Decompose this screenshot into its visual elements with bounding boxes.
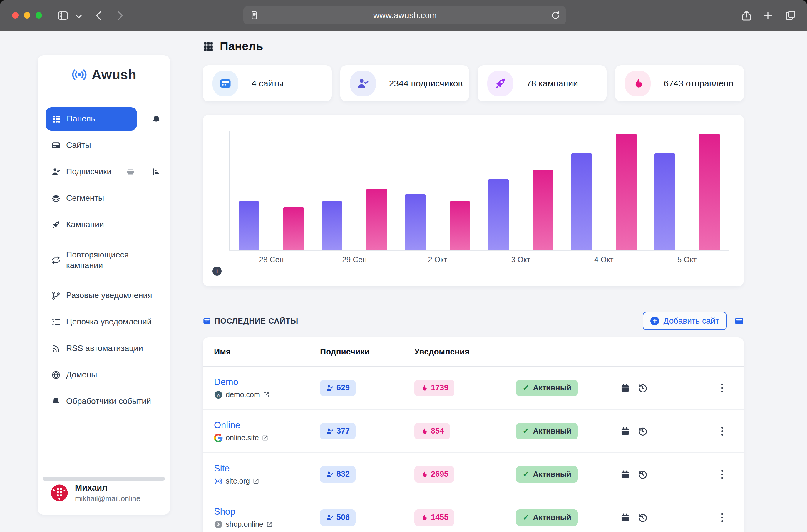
chart-icon[interactable] — [152, 168, 161, 176]
sidebar-item-one-time-notifications-button[interactable]: Разовые уведомления — [45, 284, 158, 307]
external-link-icon[interactable] — [253, 478, 260, 484]
info-icon[interactable]: i — [212, 267, 222, 276]
history-icon[interactable] — [638, 426, 648, 436]
sidebar-item-campaigns[interactable]: Кампании — [45, 213, 162, 236]
external-link-icon[interactable] — [262, 434, 269, 441]
bar-purple[interactable] — [571, 153, 592, 250]
sidebar-item-domains-button[interactable]: Домены — [45, 363, 103, 386]
row-menu-icon[interactable] — [722, 513, 734, 522]
bar-pink[interactable] — [616, 134, 637, 250]
notifications-badge: 1739 — [415, 380, 454, 396]
sidebar-item-event-handlers[interactable]: Обработчики событий — [45, 390, 162, 413]
sidebar-item-subscribers-button[interactable]: Подписчики — [45, 160, 117, 184]
chart-bars — [230, 133, 729, 250]
bar-pink[interactable] — [450, 201, 470, 250]
awush-icon — [214, 477, 223, 486]
bar-purple[interactable] — [322, 201, 342, 250]
stat-label: 4 сайты — [252, 78, 284, 88]
site-name-link[interactable]: Online — [214, 420, 241, 431]
sidebar-item-label: Панель — [67, 113, 95, 124]
check-icon: ✓ — [522, 513, 529, 522]
address-bar[interactable]: www.awush.com — [243, 6, 566, 24]
site-name-link[interactable]: Demo — [214, 377, 238, 387]
align-icon[interactable] — [126, 168, 135, 176]
close-window-button[interactable] — [12, 12, 19, 19]
app-logo: Awush — [38, 55, 170, 83]
sidebar-item-sites[interactable]: Сайты — [45, 134, 162, 157]
bar-purple[interactable] — [405, 194, 425, 250]
column-header-notifications: Уведомления — [415, 347, 516, 357]
sidebar-item-recurring-campaigns[interactable]: Повторяющиеся кампании — [45, 240, 162, 281]
user-check-icon — [326, 471, 333, 478]
sidebar-item-rss-automations[interactable]: RSS автоматизации — [45, 337, 162, 360]
reader-icon[interactable] — [249, 10, 259, 20]
globe-icon — [52, 370, 60, 379]
sidebar-item-segments[interactable]: Сегменты — [45, 187, 162, 210]
sidebar-item-notification-chain[interactable]: Цепочка уведомлений — [45, 310, 162, 334]
history-icon[interactable] — [638, 469, 648, 479]
new-tab-icon[interactable] — [762, 10, 774, 21]
bar-pink[interactable] — [283, 207, 304, 250]
rocket-icon — [494, 77, 506, 90]
sidebar-item-subscribers[interactable]: Подписчики — [45, 160, 162, 184]
status-label: Активный — [533, 470, 571, 479]
bar-purple[interactable] — [654, 153, 675, 250]
sidebar-item-label: Разовые уведомления — [66, 290, 152, 301]
sidebar-item-event-handlers-button[interactable]: Обработчики событий — [45, 390, 157, 413]
sidebar-item-dashboard-button[interactable]: Панель — [45, 107, 137, 131]
zoom-window-button[interactable] — [36, 12, 42, 19]
minimize-window-button[interactable] — [24, 12, 30, 19]
grid-icon — [203, 41, 214, 52]
row-menu-icon[interactable] — [722, 384, 734, 393]
sidebar-menu: ПанельСайтыПодписчикиСегментыКампанииПов… — [45, 107, 162, 416]
forward-icon[interactable] — [114, 10, 126, 21]
site-domain: site.org — [226, 477, 250, 485]
sidebar-toggle-icon[interactable] — [57, 10, 69, 21]
bar-pink[interactable] — [366, 189, 387, 250]
bar-pink[interactable] — [533, 170, 553, 250]
tab-overview-icon[interactable] — [785, 10, 796, 21]
awush-logo-icon — [71, 66, 88, 83]
calendar-icon[interactable] — [620, 426, 630, 436]
calendar-icon[interactable] — [620, 383, 630, 393]
back-icon[interactable] — [93, 10, 105, 21]
bar-purple[interactable] — [238, 201, 259, 250]
sidebar-item-recurring-campaigns-button[interactable]: Повторяющиеся кампании — [45, 240, 162, 281]
sidebar-item-trailing-icons — [126, 168, 162, 176]
browser-window: www.awush.com Awush ПанельСайтыПодписчик… — [0, 0, 807, 532]
calendar-icon[interactable] — [620, 469, 630, 479]
row-menu-icon[interactable] — [722, 427, 734, 436]
browser-icon[interactable] — [734, 316, 744, 326]
column-header-name: Имя — [214, 347, 320, 357]
notifications-badge: 854 — [415, 423, 450, 439]
bell-icon[interactable] — [152, 115, 161, 124]
user-profile[interactable]: Михаил mikhail@mail.online — [38, 483, 170, 503]
reload-icon[interactable] — [551, 10, 561, 20]
sidebar-item-rss-automations-button[interactable]: RSS автоматизации — [45, 337, 149, 360]
sidebar-item-dashboard[interactable]: Панель — [45, 107, 162, 131]
sidebar-item-notification-chain-button[interactable]: Цепочка уведомлений — [45, 310, 157, 334]
history-icon[interactable] — [638, 383, 648, 393]
url-text: www.awush.com — [259, 11, 551, 20]
sidebar-item-one-time-notifications[interactable]: Разовые уведомления — [45, 284, 162, 307]
stat-label: 78 кампании — [526, 78, 578, 88]
external-link-icon[interactable] — [263, 391, 270, 398]
site-name-link[interactable]: Shop — [214, 507, 235, 517]
share-icon[interactable] — [741, 10, 752, 21]
sidebar-item-domains[interactable]: Домены — [45, 363, 162, 386]
site-name-link[interactable]: Site — [214, 463, 230, 474]
sidebar-item-sites-button[interactable]: Сайты — [45, 134, 97, 157]
bar-pink[interactable] — [699, 134, 720, 250]
table-header-row: Имя Подписчики Уведомления — [203, 338, 744, 366]
row-menu-icon[interactable] — [722, 470, 734, 479]
chevron-down-icon[interactable] — [74, 12, 83, 21]
history-icon[interactable] — [638, 513, 648, 522]
calendar-icon[interactable] — [620, 513, 630, 522]
bar-purple[interactable] — [488, 179, 509, 250]
add-site-button[interactable]: + Добавить сайт — [643, 312, 727, 330]
app-logo-text: Awush — [92, 67, 136, 82]
google-icon — [214, 434, 223, 442]
external-link-icon[interactable] — [266, 521, 273, 528]
sidebar-item-segments-button[interactable]: Сегменты — [45, 187, 110, 210]
sidebar-item-campaigns-button[interactable]: Кампании — [45, 213, 110, 236]
